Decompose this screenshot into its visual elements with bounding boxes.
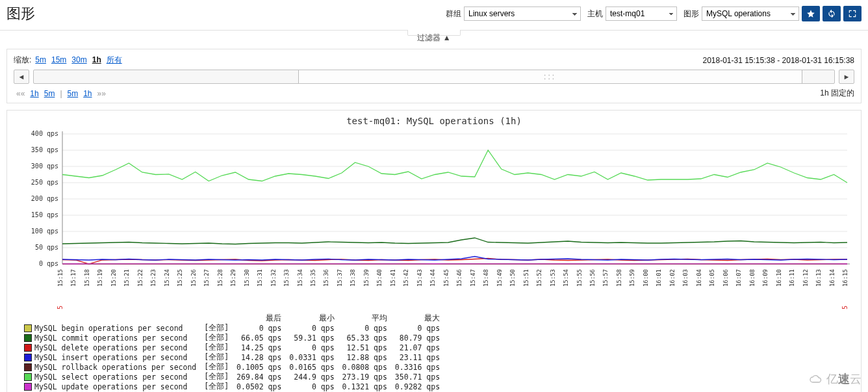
legend-name: MySQL commit operations per second [20,333,200,343]
zoom-option-1h[interactable]: 1h [92,55,101,64]
svg-text:15:57: 15:57 [602,269,609,287]
zoom-label: 缩放: [14,55,31,66]
filter-toggle[interactable]: 过滤器 ▲ [407,30,460,36]
header-bar: 图形 群组 Linux servers 主机 test-mq01 图形 MySQ… [0,0,868,31]
svg-text:16:01: 16:01 [656,269,662,287]
quicknav-back-1h[interactable]: 1h [30,89,38,98]
svg-text:15:49: 15:49 [496,269,503,287]
legend-row: MySQL update operations per second[全部]0.… [20,382,444,391]
svg-text:400 qps: 400 qps [31,130,58,137]
chart-title: test-mq01: MySQL operations (1h) [11,116,857,126]
group-select[interactable]: Linux servers [464,7,581,21]
legend-value: 0 qps [285,323,338,333]
quicknav-fwd-5m[interactable]: 5m [68,89,79,98]
legend-value: 65.33 qps [338,333,391,343]
refresh-icon [827,9,836,18]
legend-value: 350.71 qps [391,372,444,382]
legend-name: MySQL update operations per second [20,382,200,391]
legend-value: 14.25 qps [233,343,285,352]
zoom-option-15m[interactable]: 15m [51,55,66,64]
chart-svg: 0 qps50 qps100 qps150 qps200 qps250 qps3… [12,127,856,309]
time-slider-track[interactable]: ::: [33,70,835,84]
quicknav-fwd-1h[interactable]: 1h [83,89,92,98]
chart-panel: test-mq01: MySQL operations (1h) 0 qps50… [6,110,862,392]
legend-row: MySQL rollback operations per second[全部]… [20,362,444,372]
refresh-button[interactable] [823,6,841,21]
next-page-button[interactable]: ► [839,70,854,84]
legend-row: MySQL delete operations per second[全部]14… [20,343,444,352]
zoom-option-所有[interactable]: 所有 [107,55,122,64]
legend-name: MySQL begin operations per second [20,323,200,333]
favorite-button[interactable] [802,6,820,21]
svg-text:15:24: 15:24 [164,269,170,287]
legend-scope: [全部] [200,323,233,333]
legend-value: 0.1005 qps [233,362,285,372]
svg-text:0 qps: 0 qps [39,260,58,267]
legend-value: 0.3316 qps [391,362,444,372]
fixed-label: 1h 固定的 [820,88,854,99]
svg-text:15:37: 15:37 [337,269,343,287]
svg-text:50 qps: 50 qps [35,244,58,251]
legend-scope: [全部] [200,362,233,372]
fullscreen-button[interactable] [843,6,862,21]
time-range: 2018-01-31 15:15:38 - 2018-01-31 16:15:3… [702,56,854,65]
legend-value: 0.0165 qps [285,362,338,372]
legend-value: 0.0502 qps [233,382,285,391]
svg-text:16:08: 16:08 [749,269,756,287]
svg-text:200 qps: 200 qps [31,195,58,202]
zoom-row: 缩放: 5m15m30m1h所有 2018-01-31 15:15:38 - 2… [14,55,854,66]
svg-text:15:27: 15:27 [203,269,210,287]
slider-row: ◄ ::: ► [14,70,854,84]
svg-text:15:36: 15:36 [323,269,329,287]
host-select[interactable]: test-mq01 [606,7,677,21]
group-label: 群组 [446,8,461,20]
legend-row: MySQL begin operations per second[全部]0 q… [20,323,444,333]
prev-page-button[interactable]: ◄ [14,70,29,84]
legend-value: 0.9282 qps [391,382,444,391]
svg-text:15:47: 15:47 [470,269,476,287]
svg-text:250 qps: 250 qps [31,179,58,186]
time-slider-handle[interactable]: ::: [298,70,802,83]
legend-value: 244.9 qps [285,372,338,382]
svg-text:16:02: 16:02 [669,269,676,287]
legend-scope: [全部] [200,343,233,352]
legend-table: 最后最小平均最大MySQL begin operations per secon… [20,313,444,391]
svg-text:15:55: 15:55 [576,269,583,287]
svg-text:15:56: 15:56 [589,269,596,287]
svg-text:15:39: 15:39 [363,269,370,287]
svg-text:15:43: 15:43 [416,269,423,287]
zoom-option-30m[interactable]: 30m [71,55,86,64]
page-title: 图形 [6,4,35,23]
svg-text:15:42: 15:42 [403,269,409,287]
cloud-icon [809,374,823,385]
svg-text:15:38: 15:38 [350,269,356,287]
svg-text:15:18: 15:18 [84,269,90,287]
time-control-panel: 缩放: 5m15m30m1h所有 2018-01-31 15:15:38 - 2… [6,49,862,103]
svg-text:16:13: 16:13 [815,269,822,287]
svg-text:150 qps: 150 qps [31,211,58,218]
svg-text:15:44: 15:44 [429,269,436,287]
svg-text:15:40: 15:40 [376,269,383,287]
svg-text:15:21: 15:21 [123,269,130,287]
quick-nav-row: «« 1h5m | 5m1h »» 1h 固定的 [14,88,854,99]
legend-name: MySQL select operations per second [20,372,200,382]
svg-text:15:25: 15:25 [177,269,183,287]
legend-value: 0 qps [338,323,391,333]
svg-text:16:03: 16:03 [682,269,689,287]
host-selector-wrap: 主机 test-mq01 [587,7,677,21]
legend-value: 66.05 qps [233,333,285,343]
watermark: 亿速云 [809,371,862,387]
zoom-option-5m[interactable]: 5m [35,55,46,64]
svg-text:15:48: 15:48 [483,269,489,287]
graph-select[interactable]: MySQL operations [702,7,799,21]
svg-text:15:28: 15:28 [217,269,223,287]
legend-value: 0.1321 qps [338,382,391,391]
quicknav-back-5m[interactable]: 5m [44,89,55,98]
svg-text:15:22: 15:22 [137,269,144,287]
svg-text:15:52: 15:52 [536,269,542,287]
legend-value: 21.07 qps [391,343,444,352]
svg-text:15:58: 15:58 [616,269,622,287]
graph-selector-wrap: 图形 MySQL operations [683,7,799,21]
svg-text:16:15: 16:15 [842,269,849,287]
svg-text:16:06: 16:06 [722,269,729,287]
